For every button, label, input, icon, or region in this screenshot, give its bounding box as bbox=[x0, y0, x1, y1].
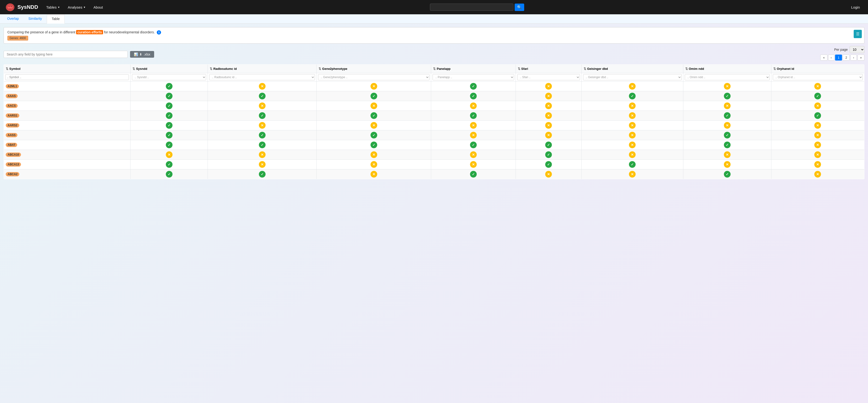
cell-symbol: AARS1 bbox=[4, 111, 130, 121]
filter-omim[interactable]: .. Omim ndd .. bbox=[683, 73, 771, 81]
cell-orphanet: ✕ bbox=[771, 81, 864, 91]
genes-badge: Genes: 4600 bbox=[7, 36, 28, 40]
page-2-button[interactable]: 2 bbox=[843, 55, 849, 61]
col-header-gene2phenotype[interactable]: ⇅Gene2phenotype bbox=[317, 65, 431, 73]
gene-badge[interactable]: ABCA2 bbox=[6, 172, 19, 176]
xlsx-table-icon: 📊 bbox=[134, 53, 138, 56]
col-header-geisinger[interactable]: ⇅Geisinger dbd bbox=[582, 65, 683, 73]
info-icon[interactable]: ℹ bbox=[157, 30, 161, 35]
filter-panelapp-select[interactable]: .. Panelapp .. bbox=[433, 74, 514, 80]
cell-sfari: ✕ bbox=[516, 81, 582, 91]
yes-icon: ✓ bbox=[470, 171, 477, 177]
cell-omim: ✕ bbox=[683, 81, 771, 91]
gene-badge[interactable]: AARS1 bbox=[6, 113, 19, 118]
gene-badge[interactable]: A2ML1 bbox=[6, 84, 19, 89]
filter-orphanet[interactable]: .. Orphanet id .. bbox=[771, 73, 864, 81]
yes-icon: ✓ bbox=[629, 161, 636, 168]
filter-sfari[interactable]: .. Sfari .. bbox=[516, 73, 582, 81]
navbar-search-input[interactable] bbox=[430, 4, 514, 11]
page-first-button[interactable]: « bbox=[820, 55, 827, 61]
yes-icon: ✓ bbox=[814, 93, 821, 99]
page-last-button[interactable]: » bbox=[858, 55, 864, 61]
filter-sysndd-select[interactable]: .. Sysndd .. bbox=[132, 74, 206, 80]
cell-symbol: A2ML1 bbox=[4, 81, 130, 91]
yes-icon: ✓ bbox=[259, 141, 266, 148]
filter-gene2phenotype[interactable]: .. Gene2phenotype .. bbox=[317, 73, 431, 81]
col-header-symbol[interactable]: ⇅Symbol bbox=[4, 65, 130, 73]
brain-icon bbox=[5, 2, 16, 13]
login-button[interactable]: Login bbox=[848, 3, 863, 11]
filter-geisinger-select[interactable]: .. Geisinger dbd .. bbox=[583, 74, 682, 80]
nav-about[interactable]: About bbox=[90, 3, 106, 11]
gene-badge[interactable]: AASS bbox=[6, 133, 18, 137]
cell-radboudumc: ✕ bbox=[208, 160, 317, 169]
cell-sfari: ✕ bbox=[516, 91, 582, 101]
svg-point-2 bbox=[10, 6, 12, 7]
search-input[interactable] bbox=[4, 51, 128, 58]
cell-orphanet: ✕ bbox=[771, 140, 864, 150]
tab-similarity[interactable]: Similarity bbox=[24, 14, 47, 23]
no-icon: ✕ bbox=[814, 171, 821, 177]
cell-panelapp: ✓ bbox=[431, 169, 516, 179]
gene-badge[interactable]: AARS2 bbox=[6, 123, 19, 128]
filter-gene2phenotype-select[interactable]: .. Gene2phenotype .. bbox=[318, 74, 430, 80]
yes-icon: ✓ bbox=[470, 83, 477, 90]
cell-omim: ✓ bbox=[683, 169, 771, 179]
data-table: ⇅Symbol ⇅Sysndd ⇅Radboudumc id ⇅Gene2phe… bbox=[4, 64, 864, 179]
yes-icon: ✓ bbox=[724, 112, 731, 119]
col-header-orphanet[interactable]: ⇅Orphanet id bbox=[771, 65, 864, 73]
gene-badge[interactable]: ABAT bbox=[6, 143, 17, 147]
yes-icon: ✓ bbox=[545, 151, 552, 158]
gene-badge[interactable]: ABCA10 bbox=[6, 153, 21, 157]
tab-table[interactable]: Table bbox=[47, 14, 65, 24]
yes-icon: ✓ bbox=[470, 112, 477, 119]
gene-badge[interactable]: AACS bbox=[6, 104, 18, 108]
gene-badge[interactable]: ABCA13 bbox=[6, 162, 21, 167]
cell-panelapp: ✕ bbox=[431, 121, 516, 130]
yes-icon: ✓ bbox=[259, 171, 266, 177]
cell-radboudumc: ✕ bbox=[208, 121, 317, 130]
xlsx-download-button[interactable]: 📊 ⬇ .xlsx bbox=[130, 51, 154, 58]
page-1-button[interactable]: 1 bbox=[835, 55, 842, 61]
page-prev-button[interactable]: ‹ bbox=[828, 55, 834, 61]
no-icon: ✕ bbox=[724, 83, 731, 90]
filter-panelapp[interactable]: .. Panelapp .. bbox=[431, 73, 516, 81]
cell-geisinger: ✕ bbox=[582, 111, 683, 121]
yes-icon: ✓ bbox=[724, 132, 731, 138]
filter-sfari-select[interactable]: .. Sfari .. bbox=[517, 74, 580, 80]
col-header-panelapp[interactable]: ⇅Panelapp bbox=[431, 65, 516, 73]
col-header-radboudumc[interactable]: ⇅Radboudumc id bbox=[208, 65, 317, 73]
col-header-omim[interactable]: ⇅Omim ndd bbox=[683, 65, 771, 73]
col-header-sfari[interactable]: ⇅Sfari bbox=[516, 65, 582, 73]
filter-symbol[interactable] bbox=[4, 73, 130, 81]
gene-badge[interactable]: AAAS bbox=[6, 94, 18, 98]
filter-button[interactable]: ☰ bbox=[854, 30, 862, 38]
page-next-button[interactable]: › bbox=[850, 55, 857, 61]
no-icon: ✕ bbox=[629, 171, 636, 177]
filter-radboudumc[interactable]: .. Radboudumc id .. bbox=[208, 73, 317, 81]
filter-radboudumc-select[interactable]: .. Radboudumc id .. bbox=[209, 74, 315, 80]
yes-icon: ✓ bbox=[166, 161, 173, 168]
nav-tables[interactable]: Tables ▼ bbox=[43, 3, 63, 11]
filter-geisinger[interactable]: .. Geisinger dbd .. bbox=[582, 73, 683, 81]
cell-radboudumc: ✓ bbox=[208, 130, 317, 140]
cell-sysndd: ✓ bbox=[130, 121, 208, 130]
no-icon: ✕ bbox=[814, 83, 821, 90]
right-controls: Per page 10 25 50 100 « ‹ 1 2 › » bbox=[820, 46, 864, 62]
filter-symbol-input[interactable] bbox=[5, 74, 129, 80]
brand-logo[interactable]: SysNDD bbox=[5, 2, 38, 13]
navbar-search-button[interactable]: 🔍 bbox=[515, 4, 524, 11]
filter-sysndd[interactable]: .. Sysndd .. bbox=[130, 73, 208, 81]
yes-icon: ✓ bbox=[259, 132, 266, 138]
per-page-select[interactable]: 10 25 50 100 bbox=[849, 46, 864, 53]
tab-overlap[interactable]: Overlap bbox=[2, 14, 24, 23]
filter-orphanet-select[interactable]: .. Orphanet id .. bbox=[773, 74, 863, 80]
table-row: ABCA13✓✕✕✕✓✓✕✕ bbox=[4, 160, 864, 169]
no-icon: ✕ bbox=[545, 102, 552, 109]
cell-radboudumc: ✓ bbox=[208, 140, 317, 150]
no-icon: ✕ bbox=[371, 161, 377, 168]
col-header-sysndd[interactable]: ⇅Sysndd bbox=[130, 65, 208, 73]
yes-icon: ✓ bbox=[166, 102, 173, 109]
nav-analyses[interactable]: Analyses ▼ bbox=[64, 3, 89, 11]
filter-omim-select[interactable]: .. Omim ndd .. bbox=[685, 74, 770, 80]
